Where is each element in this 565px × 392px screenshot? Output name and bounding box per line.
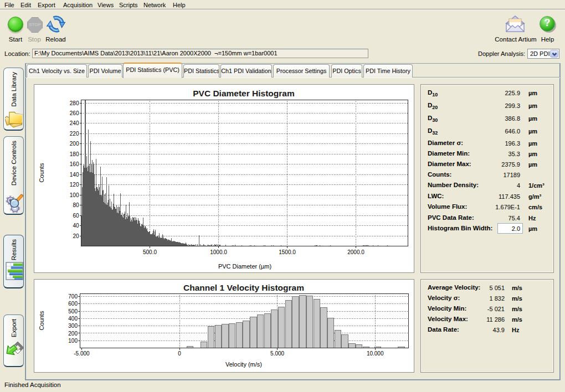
svg-text:700: 700 <box>68 293 78 300</box>
svg-text:160: 160 <box>70 161 79 167</box>
svg-text:0: 0 <box>178 350 181 357</box>
svg-text:120: 120 <box>70 182 79 188</box>
svg-text:-5.000: -5.000 <box>74 350 90 357</box>
svg-text:200: 200 <box>70 141 79 147</box>
svg-text:Velocity (m/s): Velocity (m/s) <box>225 361 262 368</box>
svg-text:200: 200 <box>68 331 78 337</box>
svg-text:PVC Diameter Histogram: PVC Diameter Histogram <box>193 89 294 98</box>
svg-text:PVC Diameter (µm): PVC Diameter (µm) <box>218 263 271 270</box>
svg-text:180: 180 <box>70 151 79 157</box>
svg-text:Channel 1 Velocity Histogram: Channel 1 Velocity Histogram <box>183 283 304 292</box>
svg-text:80: 80 <box>73 202 79 208</box>
svg-text:260: 260 <box>70 110 79 116</box>
svg-text:500.0: 500.0 <box>143 249 157 255</box>
svg-text:300: 300 <box>68 323 78 329</box>
svg-text:5.000: 5.000 <box>270 350 284 357</box>
svg-text:Counts: Counts <box>38 163 45 182</box>
svg-text:140: 140 <box>70 172 79 178</box>
svg-text:1000.0: 1000.0 <box>210 249 227 255</box>
svg-text:400: 400 <box>68 316 78 322</box>
svg-text:600: 600 <box>68 301 78 307</box>
svg-text:280: 280 <box>70 100 79 106</box>
svg-text:500: 500 <box>68 308 78 314</box>
svg-text:Counts: Counts <box>38 311 45 330</box>
svg-text:100: 100 <box>68 338 78 344</box>
svg-text:100: 100 <box>70 192 79 198</box>
svg-text:40: 40 <box>73 223 79 229</box>
svg-text:1500.0: 1500.0 <box>279 249 296 255</box>
svg-text:240: 240 <box>70 120 79 126</box>
svg-text:2000.0: 2000.0 <box>347 249 364 255</box>
svg-text:60: 60 <box>73 213 79 219</box>
svg-text:10.000: 10.000 <box>367 350 384 357</box>
svg-text:220: 220 <box>70 131 79 137</box>
svg-text:20: 20 <box>73 233 79 239</box>
